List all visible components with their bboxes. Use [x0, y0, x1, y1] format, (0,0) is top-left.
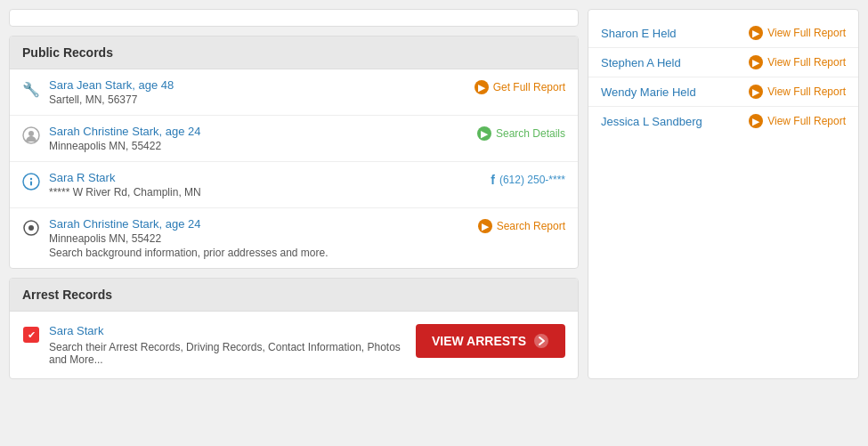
record-name-1[interactable]: Sarah Christine Stark, age 24 — [49, 125, 201, 138]
record-content-3: Sarah Christine Stark, age 24 Minneapoli… — [49, 217, 469, 259]
arrest-checkbox-icon: ✔ — [22, 326, 40, 344]
record-name-3[interactable]: Sarah Christine Stark, age 24 — [49, 217, 201, 231]
record-action-1[interactable]: ▶ Search Details — [477, 126, 565, 141]
view-arrests-button[interactable]: VIEW ARRESTS — [416, 324, 565, 358]
right-action-label-2[interactable]: View Full Report — [767, 85, 846, 98]
action-label-2[interactable]: (612) 250-**** — [499, 174, 565, 186]
arrest-records-header: Arrest Records — [10, 279, 578, 312]
arrests-description: Search their Arrest Records, Driving Rec… — [49, 341, 407, 366]
action-icon-0: ▶ — [475, 80, 489, 94]
info-icon — [22, 173, 40, 191]
record-item-2: Sara R Stark ***** W River Rd, Champlin,… — [10, 162, 578, 208]
svg-point-7 — [534, 334, 548, 348]
view-arrests-label: VIEW ARRESTS — [432, 334, 526, 348]
record-address-1: Minneapolis MN, 55422 — [49, 140, 468, 152]
right-action-icon-3: ▶ — [749, 114, 763, 128]
record-item-1: Sarah Christine Stark, age 24 Minneapoli… — [10, 116, 578, 162]
arrow-right-icon — [533, 333, 549, 349]
record-content-0: Sara Jean Stark, age 48 Sartell, MN, 563… — [49, 78, 466, 106]
record-action-2[interactable]: f (612) 250-**** — [491, 173, 565, 187]
action-icon-3: ▶ — [478, 219, 492, 233]
record-item-0: 🔧 Sara Jean Stark, age 48 Sartell, MN, 5… — [10, 69, 578, 116]
public-records-header: Public Records — [10, 36, 578, 69]
right-row-1: Stephen A Held ▶ View Full Report — [588, 48, 858, 77]
right-action-3[interactable]: ▶ View Full Report — [749, 114, 846, 128]
wrench-icon: 🔧 — [22, 80, 40, 98]
svg-rect-4 — [30, 182, 32, 186]
action-icon-1: ▶ — [477, 126, 491, 141]
right-name-0[interactable]: Sharon E Held — [601, 27, 677, 40]
right-action-icon-2: ▶ — [749, 85, 763, 99]
right-name-1[interactable]: Stephen A Held — [601, 56, 681, 69]
right-row-3: Jessica L Sandberg ▶ View Full Report — [588, 107, 858, 135]
radio-icon — [22, 219, 40, 237]
record-content-1: Sarah Christine Stark, age 24 Minneapoli… — [49, 125, 468, 152]
record-name-0[interactable]: Sara Jean Stark, age 48 — [49, 78, 174, 92]
arrests-content: ✔ Sara Stark Search their Arrest Records… — [10, 312, 578, 378]
right-action-label-3[interactable]: View Full Report — [767, 115, 846, 127]
right-action-icon-1: ▶ — [749, 55, 763, 69]
record-item-3: Sarah Christine Stark, age 24 Minneapoli… — [10, 208, 578, 268]
record-address-3: Minneapolis MN, 55422 — [49, 232, 469, 245]
svg-point-1 — [28, 131, 34, 136]
right-panel: Sharon E Held ▶ View Full Report Stephen… — [588, 9, 859, 379]
right-action-0[interactable]: ▶ View Full Report — [749, 26, 846, 40]
record-action-3[interactable]: ▶ Search Report — [478, 219, 565, 233]
action-label-3[interactable]: Search Report — [497, 220, 565, 232]
top-bar — [9, 9, 579, 27]
right-row-2: Wendy Marie Held ▶ View Full Report — [588, 77, 858, 107]
record-content-2: Sara R Stark ***** W River Rd, Champlin,… — [49, 171, 482, 199]
right-name-2[interactable]: Wendy Marie Held — [601, 85, 696, 99]
left-panel: Public Records 🔧 Sara Jean Stark, age 48… — [9, 9, 579, 379]
action-label-0[interactable]: Get Full Report — [493, 81, 565, 93]
right-action-icon-0: ▶ — [749, 26, 763, 40]
svg-point-3 — [30, 178, 32, 180]
person-icon — [22, 126, 40, 144]
public-records-section: Public Records 🔧 Sara Jean Stark, age 48… — [9, 36, 579, 269]
right-action-2[interactable]: ▶ View Full Report — [749, 85, 846, 99]
right-name-3[interactable]: Jessica L Sandberg — [601, 115, 702, 128]
svg-point-6 — [28, 225, 34, 231]
right-action-label-0[interactable]: View Full Report — [767, 27, 846, 39]
record-name-2[interactable]: Sara R Stark — [49, 171, 115, 184]
record-address-2: ***** W River Rd, Champlin, MN — [49, 186, 482, 199]
record-address-0: Sartell, MN, 56377 — [49, 93, 466, 106]
right-action-1[interactable]: ▶ View Full Report — [749, 55, 846, 69]
record-description-3: Search background information, prior add… — [49, 247, 469, 259]
arrest-records-section: Arrest Records ✔ Sara Stark Search their… — [9, 278, 579, 379]
action-label-1[interactable]: Search Details — [496, 127, 565, 140]
arrest-name[interactable]: Sara Stark — [49, 324, 103, 337]
arrests-text: Sara Stark Search their Arrest Records, … — [49, 324, 407, 366]
fb-icon: f — [491, 173, 495, 187]
right-row-0: Sharon E Held ▶ View Full Report — [588, 19, 858, 48]
right-action-label-1[interactable]: View Full Report — [767, 56, 846, 69]
record-action-0[interactable]: ▶ Get Full Report — [475, 80, 565, 94]
